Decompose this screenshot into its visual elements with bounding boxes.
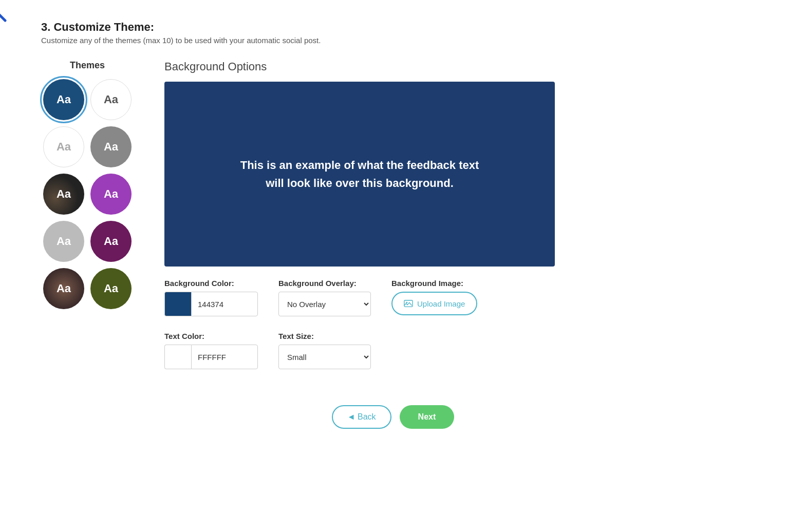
text-color-label: Text Color: <box>164 332 258 340</box>
bg-options-title: Background Options <box>164 60 745 73</box>
upload-icon <box>404 299 413 308</box>
text-size-group: Text Size: Small Medium Large <box>278 332 371 369</box>
bg-overlay-group: Background Overlay: No Overlay Light Ove… <box>278 279 371 316</box>
theme-item-4[interactable]: Aa <box>90 126 132 167</box>
bg-preview-text: This is an example of what the feedback … <box>240 156 479 192</box>
svg-line-0 <box>0 0 5 21</box>
bg-controls-row2: Text Color: Text Size: Small Medium Larg… <box>164 332 745 369</box>
theme-item-10[interactable]: Aa <box>90 268 132 309</box>
bg-overlay-select[interactable]: No Overlay Light Overlay Dark Overlay <box>278 292 371 316</box>
text-color-group: Text Color: <box>164 332 258 369</box>
text-color-input-row <box>164 345 258 369</box>
preview-line2: will look like over this background. <box>266 177 454 189</box>
theme-item-9[interactable]: Aa <box>43 268 84 309</box>
theme-item-7[interactable]: Aa <box>43 221 84 262</box>
bg-preview: This is an example of what the feedback … <box>164 82 555 267</box>
bg-image-group: Background Image: Upload Image <box>391 279 477 315</box>
text-size-label: Text Size: <box>278 332 371 340</box>
bg-color-group: Background Color: <box>164 279 258 316</box>
next-button[interactable]: Next <box>400 405 455 429</box>
themes-column: Themes Aa Aa Aa Aa Aa Aa Aa Aa Aa Aa <box>41 60 134 309</box>
text-size-select[interactable]: Small Medium Large <box>278 345 371 369</box>
bg-color-text-input[interactable] <box>191 292 258 316</box>
theme-item-2[interactable]: Aa <box>90 79 132 120</box>
theme-item-1[interactable]: Aa <box>43 79 84 120</box>
bg-color-input-row <box>164 292 258 316</box>
bg-color-swatch[interactable] <box>164 292 191 316</box>
page-header: 3. Customize Theme: Customize any of the… <box>41 21 745 45</box>
upload-image-button[interactable]: Upload Image <box>391 292 477 315</box>
themes-grid: Aa Aa Aa Aa Aa Aa Aa Aa Aa Aa <box>43 79 132 309</box>
bg-image-label: Background Image: <box>391 279 477 288</box>
back-button[interactable]: ◄ Back <box>332 405 391 429</box>
svg-point-3 <box>406 302 408 303</box>
bg-overlay-label: Background Overlay: <box>278 279 371 288</box>
arrow-indicator <box>0 0 10 28</box>
themes-title: Themes <box>70 60 105 71</box>
theme-item-8[interactable]: Aa <box>90 221 132 262</box>
step-title: 3. Customize Theme: <box>41 21 745 34</box>
preview-line1: This is an example of what the feedback … <box>240 159 479 172</box>
theme-item-6[interactable]: Aa <box>90 174 132 215</box>
theme-item-3[interactable]: Aa <box>43 126 84 167</box>
text-color-swatch[interactable] <box>164 345 191 369</box>
bottom-nav: ◄ Back Next <box>41 405 745 429</box>
text-color-text-input[interactable] <box>191 345 258 369</box>
upload-image-label: Upload Image <box>417 299 465 308</box>
step-description: Customize any of the themes (max 10) to … <box>41 36 745 45</box>
bg-color-label: Background Color: <box>164 279 258 288</box>
bg-options-column: Background Options This is an example of… <box>164 60 745 385</box>
main-content: Themes Aa Aa Aa Aa Aa Aa Aa Aa Aa Aa Bac… <box>41 60 745 385</box>
theme-item-5[interactable]: Aa <box>43 174 84 215</box>
bg-controls-row1: Background Color: Background Overlay: No… <box>164 279 745 316</box>
